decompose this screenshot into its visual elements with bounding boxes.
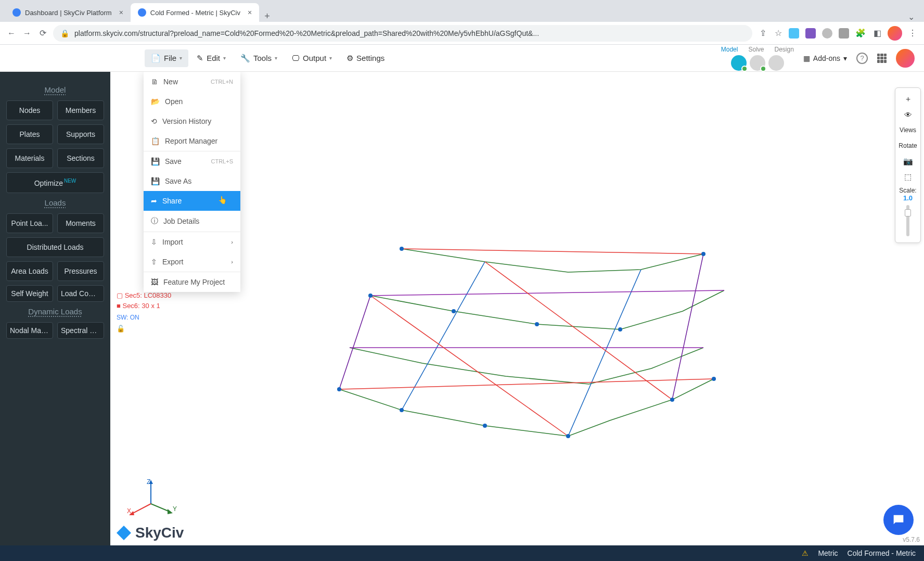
menu-label: Feature My Project (163, 278, 225, 286)
point-loads-button[interactable]: Point Loa... (6, 213, 53, 233)
history-icon: ⟲ (151, 117, 157, 125)
svg-point-16 (368, 294, 373, 298)
supports-button[interactable]: Supports (57, 124, 104, 144)
file-feature-project[interactable]: 🖼 Feature My Project (144, 272, 240, 292)
browser-tab-dashboard[interactable]: Dashboard | SkyCiv Platform × (5, 3, 131, 22)
rotate-button[interactable]: Rotate (897, 138, 918, 154)
main-area: Model Nodes Members Plates Supports Mate… (0, 72, 924, 545)
forward-button[interactable]: → (22, 28, 32, 39)
back-button[interactable]: ← (6, 28, 17, 39)
file-menu-button[interactable]: 📄 File ▾ (145, 49, 188, 67)
load-combos-button[interactable]: Load Combos (57, 285, 104, 302)
screenshot-button[interactable]: 📷 (897, 154, 918, 169)
extension-icon[interactable] (789, 28, 799, 39)
extension-icon[interactable] (822, 28, 832, 39)
distributed-loads-button[interactable]: Distributed Loads (6, 237, 104, 257)
model-name-label[interactable]: Cold Formed - Metric (848, 549, 916, 557)
chevron-down-icon: ▾ (179, 55, 182, 61)
svg-point-11 (400, 408, 404, 412)
url-input[interactable]: 🔒 platform.skyciv.com/structural?preload… (53, 25, 752, 42)
file-job-details[interactable]: ⓘ Job Details (144, 211, 240, 232)
file-share[interactable]: ➦ Share 👆 (144, 191, 240, 211)
help-button[interactable]: ? (856, 53, 868, 64)
profile-avatar[interactable] (888, 26, 902, 41)
spectral-loads-button[interactable]: Spectral Loads (57, 322, 104, 339)
extension-icon[interactable] (805, 28, 816, 39)
extensions-menu-icon[interactable]: 🧩 (855, 28, 866, 39)
area-loads-button[interactable]: Area Loads (6, 261, 53, 281)
zoom-in-button[interactable]: ＋ (897, 91, 918, 107)
file-report-manager[interactable]: 📋 Report Manager (144, 131, 240, 151)
menu-label: Edit (207, 54, 220, 62)
status-model-icon[interactable] (731, 55, 747, 71)
info-icon: ⓘ (151, 216, 158, 226)
status-design-icon[interactable] (768, 55, 784, 71)
close-icon[interactable]: × (119, 8, 123, 17)
model-canvas[interactable]: 🗎 New CTRL+N 📂 Open ⟲ Version History 📋 … (110, 72, 924, 545)
menu-label: New (163, 78, 178, 86)
monitor-icon: 🖵 (292, 54, 300, 62)
cursor-icon: 👆 (218, 196, 227, 204)
file-export[interactable]: ⇧ Export › (144, 252, 240, 272)
toolbar-right: Model Solve Design ▦ Add-ons ▾ ? (721, 46, 915, 71)
tab-design[interactable]: Design (774, 46, 793, 53)
file-new[interactable]: 🗎 New CTRL+N (144, 72, 240, 92)
save-icon: 💾 (151, 177, 160, 185)
reload-button[interactable]: ⟳ (37, 28, 48, 39)
sidepanel-icon[interactable]: ◧ (872, 28, 882, 39)
file-import[interactable]: ⇩ Import › (144, 232, 240, 252)
views-button[interactable]: Views (897, 122, 918, 138)
self-weight-button[interactable]: Self Weight (6, 285, 53, 302)
tab-solve[interactable]: Solve (748, 46, 764, 53)
apps-grid-icon[interactable] (877, 54, 887, 63)
nodes-button[interactable]: Nodes (6, 100, 53, 120)
tab-model[interactable]: Model (721, 46, 738, 53)
install-app-icon[interactable]: ⇪ (758, 28, 768, 39)
units-label[interactable]: Metric (818, 549, 838, 557)
file-save-as[interactable]: 💾 Save As (144, 171, 240, 191)
extension-icon[interactable] (839, 28, 849, 39)
sections-button[interactable]: Sections (57, 148, 104, 168)
warning-icon[interactable]: ⚠ (802, 549, 808, 557)
settings-menu-button[interactable]: ⚙ Settings (340, 49, 391, 67)
status-solve-icon[interactable] (750, 55, 765, 71)
nodal-masses-button[interactable]: Nodal Masses (6, 322, 53, 339)
members-button[interactable]: Members (57, 100, 104, 120)
edit-menu-button[interactable]: ✎ Edit ▾ (190, 49, 232, 67)
tabs-dropdown-icon[interactable]: ⌄ (904, 12, 919, 22)
tools-menu-button[interactable]: 🔧 Tools ▾ (234, 49, 284, 67)
optimize-button[interactable]: OptimizeNEW (6, 172, 104, 193)
image-icon: 🖼 (151, 278, 158, 286)
svg-line-5 (370, 290, 724, 296)
bookmark-icon[interactable]: ☆ (773, 28, 784, 39)
file-save[interactable]: 💾 Save CTRL+S (144, 151, 240, 171)
svg-point-12 (483, 424, 487, 428)
svg-point-19 (618, 327, 622, 332)
moments-button[interactable]: Moments (57, 213, 104, 233)
skyciv-logo: SkyCiv (116, 525, 184, 541)
materials-button[interactable]: Materials (6, 148, 53, 168)
browser-tab-active[interactable]: Cold Formed - Metric | SkyCiv × (131, 3, 259, 22)
intercom-chat-button[interactable] (883, 505, 914, 535)
pressures-button[interactable]: Pressures (57, 261, 104, 281)
menu-label: Save As (165, 177, 191, 185)
close-icon[interactable]: × (248, 8, 252, 17)
file-version-history[interactable]: ⟲ Version History (144, 111, 240, 131)
user-avatar[interactable] (896, 49, 915, 68)
svg-point-20 (701, 252, 705, 256)
new-tab-button[interactable]: + (259, 11, 275, 22)
output-menu-button[interactable]: 🖵 Output ▾ (286, 49, 338, 67)
structural-model-view (318, 192, 735, 452)
unlock-icon[interactable]: 🔓 (117, 325, 125, 333)
box-button[interactable]: ⬚ (897, 169, 918, 185)
new-badge: NEW (64, 178, 76, 184)
axis-gizmo[interactable]: Z X Y (125, 478, 177, 519)
scale-slider[interactable] (906, 205, 909, 236)
visibility-button[interactable]: 👁 (897, 107, 918, 122)
view-toolbar: ＋ 👁 Views Rotate 📷 ⬚ Scale: 1.0 (895, 87, 921, 243)
menu-icon[interactable]: ⋮ (907, 28, 918, 39)
file-open[interactable]: 📂 Open (144, 92, 240, 111)
svg-line-9 (485, 262, 672, 400)
addons-button[interactable]: ▦ Add-ons ▾ (803, 54, 847, 62)
plates-button[interactable]: Plates (6, 124, 53, 144)
